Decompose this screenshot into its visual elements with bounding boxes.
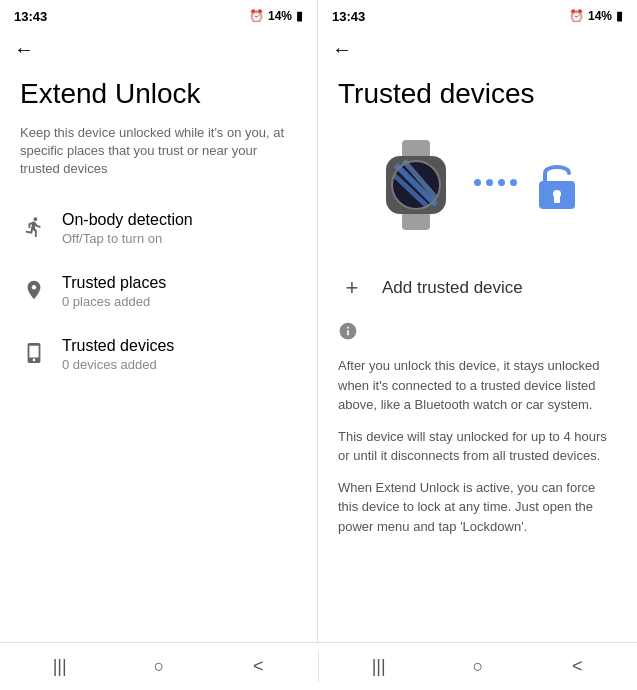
left-recents-button[interactable]: ||| [42,649,78,685]
info-section: After you unlock this device, it stays u… [338,313,617,536]
on-body-sublabel: Off/Tap to turn on [62,231,193,246]
trusted-places-sublabel: 0 places added [62,294,166,309]
right-time: 13:43 [332,9,365,24]
left-back-nav-button[interactable]: < [240,649,276,685]
svg-rect-10 [554,195,560,203]
right-bottom-nav: ||| ○ < [319,643,637,690]
left-status-right: ⏰ 14% ▮ [249,9,303,23]
left-battery-icon: ▮ [296,9,303,23]
dot-1 [474,179,481,186]
dot-3 [498,179,505,186]
info-paragraph-1: After you unlock this device, it stays u… [338,356,617,415]
left-bottom-nav: ||| ○ < [0,643,318,690]
trusted-devices-text: Trusted devices 0 devices added [62,337,174,372]
right-page-title: Trusted devices [338,78,617,110]
left-battery: 14% [268,9,292,23]
svg-rect-1 [402,212,430,230]
right-battery-icon: ▮ [616,9,623,23]
lock-icon [535,159,579,207]
right-panel: 13:43 ⏰ 14% ▮ ← Trusted devices [318,0,637,642]
left-content: Extend Unlock Keep this device unlocked … [0,68,317,642]
menu-item-on-body[interactable]: On-body detection Off/Tap to turn on [20,197,297,260]
info-paragraph-3: When Extend Unlock is active, you can fo… [338,478,617,537]
add-trusted-device-label: Add trusted device [382,278,523,298]
right-home-button[interactable]: ○ [460,649,496,685]
menu-item-trusted-places[interactable]: Trusted places 0 places added [20,260,297,323]
trusted-devices-sublabel: 0 devices added [62,357,174,372]
left-panel: 13:43 ⏰ 14% ▮ ← Extend Unlock Keep this … [0,0,318,642]
right-back-button[interactable]: ← [318,30,637,68]
right-recents-button[interactable]: ||| [361,649,397,685]
page-title: Extend Unlock [20,78,297,110]
right-clock-icon: ⏰ [569,9,584,23]
dot-2 [486,179,493,186]
add-icon: + [338,275,366,301]
page-description: Keep this device unlocked while it's on … [20,124,297,179]
watch-icon [376,140,456,225]
left-home-button[interactable]: ○ [141,649,177,685]
menu-item-trusted-devices[interactable]: Trusted devices 0 devices added [20,323,297,386]
left-back-button[interactable]: ← [0,30,317,68]
location-icon [20,276,48,304]
connection-dots [474,179,517,186]
left-clock-icon: ⏰ [249,9,264,23]
bottom-navigation: ||| ○ < ||| ○ < [0,642,637,690]
dot-4 [510,179,517,186]
trusted-places-label: Trusted places [62,274,166,292]
trusted-devices-label: Trusted devices [62,337,174,355]
right-content: Trusted devices [318,68,637,642]
add-trusted-device-button[interactable]: + Add trusted device [338,263,617,313]
on-body-text: On-body detection Off/Tap to turn on [62,211,193,246]
on-body-label: On-body detection [62,211,193,229]
trusted-places-text: Trusted places 0 places added [62,274,166,309]
right-status-bar: 13:43 ⏰ 14% ▮ [318,0,637,30]
trusted-devices-illustration [338,130,617,235]
person-icon [20,213,48,241]
left-time: 13:43 [14,9,47,24]
svg-rect-0 [402,140,430,158]
left-status-bar: 13:43 ⏰ 14% ▮ [0,0,317,30]
info-icon [338,321,617,346]
info-paragraph-2: This device will stay unlocked for up to… [338,427,617,466]
device-icon [20,339,48,367]
right-status-right: ⏰ 14% ▮ [569,9,623,23]
right-battery: 14% [588,9,612,23]
right-back-nav-button[interactable]: < [559,649,595,685]
